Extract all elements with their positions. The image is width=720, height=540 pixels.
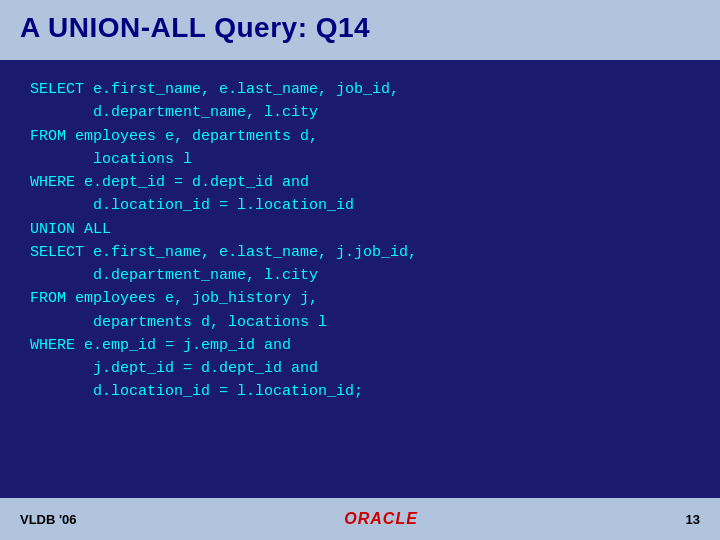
code-block: SELECT e.first_name, e.last_name, job_id… <box>30 78 690 404</box>
footer-label: VLDB '06 <box>20 512 77 527</box>
slide-title: A UNION-ALL Query: Q14 <box>20 12 370 43</box>
slide: A UNION-ALL Query: Q14 SELECT e.first_na… <box>0 0 720 540</box>
oracle-logo: ORACLE <box>344 510 418 528</box>
page-number: 13 <box>686 512 700 527</box>
footer: VLDB '06 ORACLE 13 <box>0 498 720 540</box>
content-area: SELECT e.first_name, e.last_name, job_id… <box>0 60 720 498</box>
title-bar: A UNION-ALL Query: Q14 <box>0 0 720 60</box>
oracle-text: ORACLE <box>344 510 418 528</box>
